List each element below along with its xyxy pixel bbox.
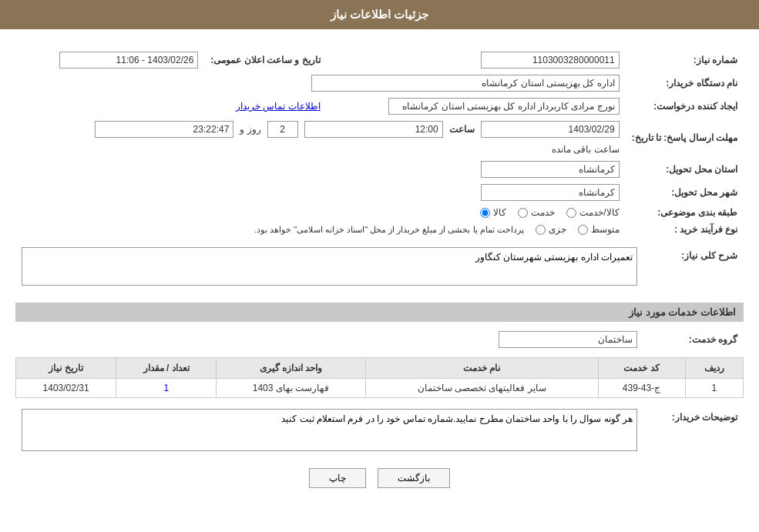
radio-motavaset[interactable]: متوسط: [578, 224, 620, 235]
radio-motavaset-label: متوسط: [591, 224, 620, 235]
button-row: بازگشت چاپ: [15, 468, 744, 488]
nooe-label: نوع فرآیند خرید :: [626, 221, 744, 238]
group-label: گروه خدمت:: [643, 328, 744, 351]
sharh-value[interactable]: [22, 247, 637, 286]
services-header: اطلاعات خدمات مورد نیاز: [15, 303, 744, 322]
radio-kala-input[interactable]: [480, 208, 490, 218]
radio-kala-khadamat-label: کالا/خدمت: [579, 207, 619, 218]
col-code: کد خدمت: [598, 358, 685, 379]
shomara-niaz-value: 1103003280000011: [481, 52, 620, 69]
page-header: جزئیات اطلاعات نیاز: [0, 0, 759, 29]
back-button[interactable]: بازگشت: [378, 468, 450, 488]
radio-khadamat-input[interactable]: [518, 208, 528, 218]
col-name: نام خدمت: [365, 358, 598, 379]
saat-value: 12:00: [304, 121, 443, 138]
table-row: 1 ج-43-439 سایر فعالیتهای تخصصی ساختمان …: [16, 379, 744, 398]
shahr-label: شهر محل تحویل:: [626, 181, 744, 204]
saat-label: ساعت: [449, 124, 475, 135]
shahr-value: کرمانشاه: [481, 184, 620, 201]
group-value: ساختمان: [499, 331, 637, 348]
contact-link[interactable]: اطلاعات تماس خریدار: [236, 101, 321, 112]
radio-jozi-label: جزی: [549, 224, 566, 235]
cell-name: سایر فعالیتهای تخصصی ساختمان: [365, 379, 598, 398]
cell-count: 1: [116, 379, 217, 398]
roz-value: 2: [267, 121, 298, 138]
col-radif: ردیف: [685, 358, 743, 379]
remaining-label: ساعت باقی مانده: [552, 144, 620, 155]
radio-kala-khadamat-input[interactable]: [566, 208, 576, 218]
name-dastgah-label: نام دستگاه خریدار:: [626, 72, 744, 95]
sharh-label: شرح کلی نیاز:: [643, 244, 744, 291]
radio-khadamat-label: خدمت: [531, 207, 555, 218]
mohlet-label: مهلت ارسال پاسخ: تا تاریخ:: [626, 118, 744, 158]
buyer-desc-label: توضیحات خریدار:: [643, 406, 744, 457]
radio-jozi[interactable]: جزی: [536, 224, 566, 235]
announce-label: تاریخ و ساعت اعلان عمومی:: [204, 49, 326, 72]
shomara-niaz-label: شماره نیاز:: [626, 49, 744, 72]
cell-radif: 1: [685, 379, 743, 398]
radio-khadamat[interactable]: خدمت: [518, 207, 555, 218]
radio-kala[interactable]: کالا: [480, 207, 506, 218]
radio-kala-label: کالا: [493, 207, 506, 218]
buyer-desc-value[interactable]: [22, 409, 637, 451]
cell-date: 1403/02/31: [16, 379, 116, 398]
cell-code: ج-43-439: [598, 379, 685, 398]
name-dastgah-value: اداره کل بهزیستی استان کرمانشاه: [311, 75, 620, 92]
tabaghe-label: طبقه بندی موضوعی:: [626, 204, 744, 221]
radio-motavaset-input[interactable]: [578, 225, 588, 235]
date-field: 1403/02/29: [481, 121, 620, 138]
announce-value: 1403/02/26 - 11:06: [59, 52, 198, 69]
ijad-label: ایجاد کننده درخواست:: [626, 95, 744, 118]
roz-label: روز و: [240, 124, 260, 135]
col-unit: واحد اندازه گیری: [217, 358, 365, 379]
nooe-note: پرداخت تمام یا بخشی از مبلغ خریدار از مح…: [254, 225, 524, 235]
services-table: ردیف کد خدمت نام خدمت واحد اندازه گیری ت…: [15, 357, 744, 398]
ostan-value: کرمانشاه: [481, 161, 620, 178]
col-date: تاریخ نیاز: [16, 358, 116, 379]
radio-kala-khadamat[interactable]: کالا/خدمت: [566, 207, 619, 218]
radio-jozi-input[interactable]: [536, 225, 546, 235]
col-count: تعداد / مقدار: [116, 358, 217, 379]
remaining-value: 23:22:47: [95, 121, 233, 138]
ostan-label: استان محل تحویل:: [626, 158, 744, 181]
ijad-value: نورج مرادی کاربرداز اداره کل بهزیستی است…: [388, 98, 620, 115]
print-button[interactable]: چاپ: [309, 468, 366, 488]
cell-unit: فهارست بهای 1403: [217, 379, 365, 398]
